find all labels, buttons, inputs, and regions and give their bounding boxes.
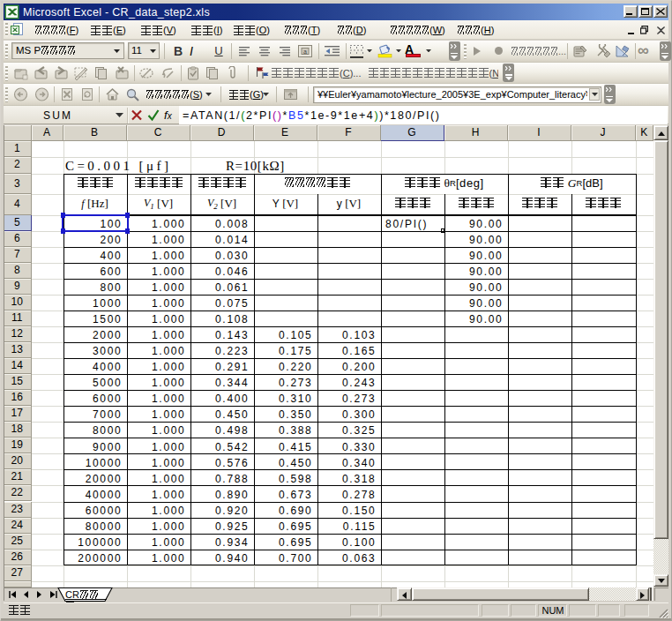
svg-text:a: a — [303, 48, 307, 54]
